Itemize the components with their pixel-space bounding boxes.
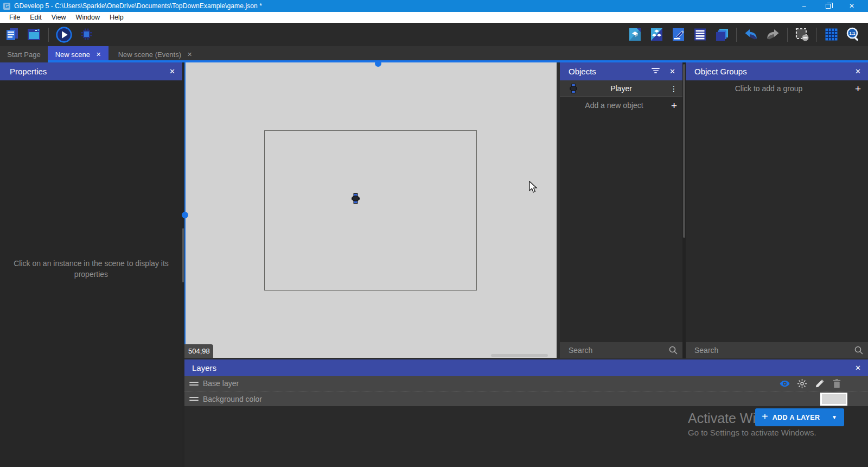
object-groups-panel: Object Groups ✕ Click to add a group + (686, 62, 868, 358)
game-window-bounds (264, 130, 477, 291)
tab-label: Start Page (7, 51, 40, 59)
window-title: GDevelop 5 - C:\Users\Sparkle\OneDrive\D… (14, 2, 262, 10)
layer-row-base[interactable]: Base layer (184, 376, 868, 391)
minimize-button[interactable]: – (792, 0, 816, 12)
deselect-icon[interactable] (795, 27, 809, 42)
effects-icon[interactable] (797, 378, 807, 389)
add-group-label: Click to add a group (686, 84, 852, 93)
kebab-menu-icon[interactable]: ⋮ (670, 84, 678, 93)
toolbar: 1:1 (0, 23, 868, 46)
plus-icon[interactable]: + (855, 84, 861, 94)
canvas-vertical-scrollbar[interactable] (184, 62, 186, 358)
layer-row-background[interactable]: Background color (184, 391, 868, 406)
drag-handle-icon[interactable] (189, 395, 199, 402)
zoom-original-icon[interactable]: 1:1 (846, 27, 860, 42)
toolbar-separator (736, 28, 737, 42)
title-bar: G GDevelop 5 - C:\Users\Sparkle\OneDrive… (0, 0, 868, 12)
add-object-row[interactable]: Add a new object + (560, 97, 682, 113)
scene-window-icon[interactable] (27, 27, 41, 42)
plus-icon: + (762, 411, 768, 423)
undo-icon[interactable] (744, 27, 758, 42)
layer-list: Base layer (184, 376, 868, 406)
scene-properties-icon[interactable] (671, 27, 686, 42)
canvas-vscroll-thumb[interactable] (182, 212, 188, 218)
add-group-row[interactable]: Click to add a group + (686, 80, 868, 97)
add-layer-button[interactable]: + ADD A LAYER ▼ (755, 408, 844, 426)
scene-canvas[interactable]: 504;98 (184, 62, 557, 358)
object-groups-title: Object Groups (694, 67, 747, 76)
layers-title: Layers (192, 363, 216, 373)
menu-file[interactable]: File (4, 14, 25, 21)
tab-bar: Start Page New scene ✕ New scene (Events… (0, 46, 868, 62)
objects-title: Objects (569, 67, 596, 76)
objects-editor-icon[interactable] (628, 27, 642, 42)
tab-label: New scene (Events) (118, 51, 181, 59)
object-groups-header: Object Groups ✕ (686, 62, 868, 80)
add-object-label: Add a new object (560, 101, 668, 110)
canvas-hscroll-thumb[interactable] (375, 60, 381, 67)
grid-icon[interactable] (824, 27, 839, 42)
properties-scrollbar-thumb[interactable] (182, 228, 184, 282)
properties-panel: Properties ✕ Click on an instance in the… (0, 62, 182, 467)
app-logo-icon: G (3, 3, 10, 10)
close-icon[interactable]: ✕ (669, 62, 675, 80)
toolbar-separator (48, 28, 49, 42)
background-color-swatch[interactable] (820, 393, 847, 406)
plus-icon[interactable]: + (671, 100, 677, 111)
objects-search-bar (560, 342, 682, 358)
object-name: Player (560, 84, 682, 93)
close-button[interactable]: ✕ (840, 0, 864, 12)
watermark-subtitle: Go to Settings to activate Windows. (688, 428, 816, 437)
debug-icon[interactable] (79, 27, 94, 42)
search-icon (669, 346, 678, 355)
menu-bar: File Edit View Window Help (0, 12, 868, 23)
tab-start-page[interactable]: Start Page (0, 46, 48, 62)
instances-list-icon[interactable] (693, 27, 707, 42)
visibility-eye-icon[interactable] (780, 378, 790, 389)
toolbar-separator (787, 28, 788, 42)
add-layer-label: ADD A LAYER (773, 414, 820, 421)
object-groups-editor-icon[interactable] (649, 27, 664, 42)
close-icon[interactable]: ✕ (855, 62, 861, 80)
toolbar-separator (816, 28, 817, 42)
objects-scrollbar-thumb[interactable] (683, 64, 685, 238)
drag-handle-icon[interactable] (189, 380, 199, 387)
objects-search-input[interactable] (560, 342, 682, 358)
play-icon[interactable] (56, 27, 72, 43)
menu-window[interactable]: Window (71, 14, 105, 21)
menu-edit[interactable]: Edit (25, 14, 47, 21)
objects-panel: Objects ✕ Player ⋮ Add a new object + (560, 62, 682, 358)
tab-close-icon[interactable]: ✕ (187, 51, 192, 58)
svg-text:1:1: 1:1 (850, 31, 856, 36)
menu-help[interactable]: Help (105, 14, 129, 21)
groups-search-bar (686, 342, 868, 358)
chevron-down-icon[interactable]: ▼ (832, 414, 837, 420)
redo-icon[interactable] (765, 27, 780, 42)
player-instance[interactable] (352, 193, 360, 204)
filter-icon[interactable] (652, 68, 660, 74)
properties-empty-message: Click on an instance in the scene to dis… (10, 258, 173, 280)
layer-name: Background color (203, 395, 262, 403)
delete-trash-icon[interactable] (832, 378, 842, 389)
layer-name: Base layer (203, 379, 239, 388)
tab-close-icon[interactable]: ✕ (96, 51, 101, 58)
close-icon[interactable]: ✕ (169, 62, 175, 80)
tab-label: New scene (55, 51, 90, 59)
close-icon[interactable]: ✕ (855, 359, 861, 376)
canvas-bottom-scrollbar[interactable] (491, 354, 548, 357)
menu-view[interactable]: View (47, 14, 71, 21)
layers-header: Layers ✕ (184, 359, 868, 376)
layers-editor-icon[interactable] (714, 27, 729, 42)
restore-button[interactable] (816, 0, 840, 12)
properties-header: Properties ✕ (0, 62, 182, 80)
object-row-player[interactable]: Player ⋮ (560, 80, 682, 97)
restore-icon (826, 4, 831, 9)
search-icon (854, 346, 863, 355)
mouse-cursor (529, 181, 538, 194)
objects-header: Objects ✕ (560, 62, 682, 80)
edit-pencil-icon[interactable] (814, 378, 825, 389)
groups-search-input[interactable] (686, 342, 868, 358)
layers-panel: Layers ✕ Base layer (184, 359, 868, 467)
project-manager-icon[interactable] (5, 27, 20, 42)
cursor-coordinates-badge: 504;98 (184, 344, 213, 358)
